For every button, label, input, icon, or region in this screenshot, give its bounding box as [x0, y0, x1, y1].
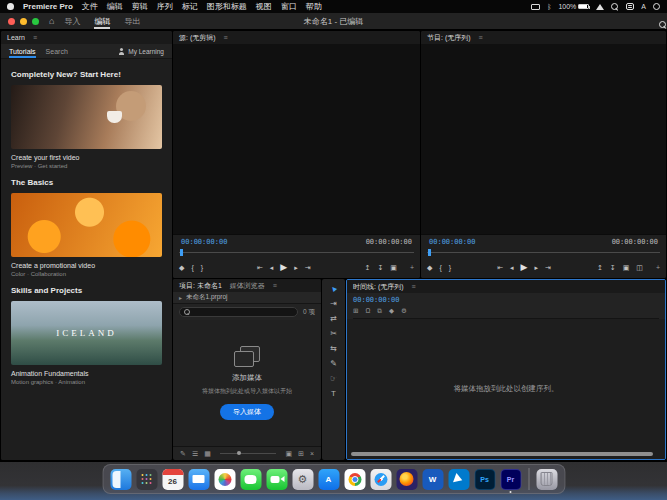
dock-word-icon[interactable]: W — [422, 469, 443, 490]
panel-menu-icon[interactable]: ≡ — [273, 282, 277, 289]
my-learning-link[interactable]: My Learning — [118, 48, 164, 55]
mark-out-button[interactable]: } — [449, 264, 451, 271]
tab-program-monitor[interactable]: 节目: (无序列) — [427, 33, 471, 43]
zoom-button[interactable] — [32, 18, 39, 25]
step-back-button[interactable]: ◂ — [510, 264, 514, 271]
battery-indicator[interactable]: 100% — [558, 3, 589, 10]
step-forward-button[interactable]: ▸ — [294, 264, 298, 271]
export-frame-button[interactable]: ▣ — [390, 264, 397, 271]
clock-icon[interactable] — [653, 3, 660, 10]
dock-chrome-icon[interactable] — [344, 469, 365, 490]
timeline-settings-icon[interactable]: ⚙ — [401, 307, 407, 315]
minimize-button[interactable] — [20, 18, 27, 25]
dock-settings-icon[interactable]: ⚙ — [292, 469, 313, 490]
dock-facetime-icon[interactable] — [266, 469, 287, 490]
hand-tool[interactable]: ☞ — [330, 375, 337, 383]
list-view-icon[interactable]: ☰ — [192, 450, 198, 458]
dock-messages-icon[interactable] — [240, 469, 261, 490]
add-marker-button[interactable]: ◆ — [427, 264, 432, 271]
snap-icon[interactable]: Ω — [365, 307, 370, 315]
menu-clip[interactable]: 剪辑 — [132, 1, 148, 12]
extract-button[interactable]: ↧ — [377, 264, 383, 271]
timeline-scrollbar[interactable] — [351, 452, 653, 456]
project-drop-zone[interactable]: 添加媒体 将媒体拖到此处或导入媒体以开始 导入媒体 — [173, 320, 321, 446]
writable-icon[interactable]: ✎ — [180, 450, 186, 458]
bluetooth-icon[interactable]: ᛒ — [547, 3, 551, 10]
menu-window[interactable]: 窗口 — [281, 1, 297, 12]
track-select-tool[interactable]: ⇥ — [330, 300, 337, 308]
slip-tool[interactable]: ⇆ — [330, 345, 337, 353]
dock-launchpad-icon[interactable] — [136, 469, 157, 490]
mark-out-button[interactable]: } — [201, 264, 203, 271]
lift-button[interactable]: ↥ — [365, 264, 371, 271]
razor-tool[interactable]: ✂ — [330, 330, 337, 338]
new-bin-icon[interactable]: ▣ — [285, 450, 292, 458]
project-search-input[interactable] — [193, 309, 293, 315]
menu-file[interactable]: 文件 — [82, 1, 98, 12]
tab-search[interactable]: Search — [46, 48, 68, 55]
close-button[interactable] — [8, 18, 15, 25]
play-button[interactable]: ▶ — [280, 263, 287, 272]
add-marker-icon[interactable]: ◆ — [389, 307, 394, 315]
dock-calendar-icon[interactable]: 26 — [162, 469, 183, 490]
menu-sequence[interactable]: 序列 — [157, 1, 173, 12]
go-to-in-button[interactable]: ⇤ — [257, 264, 263, 271]
panel-menu-icon[interactable]: ≡ — [33, 34, 37, 41]
extract-button[interactable]: ↧ — [610, 264, 616, 271]
go-to-out-button[interactable]: ⇥ — [545, 264, 551, 271]
card-thumbnail[interactable] — [11, 193, 162, 257]
button-editor-button[interactable]: + — [410, 264, 414, 271]
card-promotional-video[interactable]: Create a promotional video Color · Colla… — [11, 193, 162, 277]
tab-export[interactable]: 导出 — [124, 16, 140, 27]
add-marker-button[interactable]: ◆ — [179, 264, 184, 271]
export-frame-button[interactable]: ▣ — [623, 264, 630, 271]
menu-view[interactable]: 视图 — [256, 1, 272, 12]
tab-learn[interactable]: Learn — [7, 34, 25, 41]
import-media-button[interactable]: 导入媒体 — [220, 404, 274, 420]
timeline-drop-zone[interactable]: 将媒体拖放到此处以创建序列。 — [347, 319, 665, 459]
dock-firefox-icon[interactable] — [396, 469, 417, 490]
menu-graphics-titles[interactable]: 图形和标题 — [207, 1, 247, 12]
dock-trash-icon[interactable] — [536, 469, 557, 490]
learn-content[interactable]: Completely New? Start Here! Create your … — [1, 59, 172, 460]
type-tool[interactable]: T — [331, 390, 336, 398]
display-icon[interactable] — [531, 4, 540, 10]
home-icon[interactable]: ⌂ — [49, 17, 54, 26]
tab-media-browser[interactable]: 媒体浏览器 — [230, 281, 265, 291]
button-editor-button[interactable]: + — [656, 264, 660, 271]
panel-menu-icon[interactable]: ≡ — [224, 34, 228, 41]
bin-path-bar[interactable]: ▸ 未命名1.prproj — [173, 292, 321, 304]
comparison-view-button[interactable]: ◫ — [636, 264, 643, 271]
selection-tool[interactable]: ▲ — [330, 285, 338, 293]
linked-selection-icon[interactable]: ⧉ — [377, 307, 382, 315]
menu-edit[interactable]: 编辑 — [107, 1, 123, 12]
tab-edit[interactable]: 编辑 — [94, 16, 110, 27]
zoom-slider[interactable] — [220, 453, 277, 454]
delete-icon[interactable]: × — [310, 450, 314, 458]
dock-photos-icon[interactable] — [214, 469, 235, 490]
wifi-icon[interactable] — [596, 4, 604, 10]
dock-premiere-icon[interactable]: Pr — [500, 469, 521, 490]
dock-safari-icon[interactable] — [370, 469, 391, 490]
nest-toggle-icon[interactable]: ⊞ — [353, 307, 358, 315]
panel-menu-icon[interactable]: ≡ — [412, 283, 416, 290]
card-thumbnail[interactable] — [11, 85, 162, 149]
card-thumbnail[interactable]: ICELAND — [11, 301, 162, 365]
menu-help[interactable]: 帮助 — [306, 1, 322, 12]
source-scrubber[interactable] — [179, 248, 414, 257]
tab-source-monitor[interactable]: 源: (无剪辑) — [179, 33, 216, 43]
ripple-edit-tool[interactable]: ⇄ — [330, 315, 337, 323]
menu-app-name[interactable]: Premiere Pro — [23, 2, 73, 11]
icon-view-icon[interactable]: ▦ — [204, 450, 211, 458]
control-center-icon[interactable] — [626, 3, 634, 10]
go-to-in-button[interactable]: ⇤ — [497, 264, 503, 271]
dock-finder-icon[interactable] — [110, 469, 131, 490]
dock-vscode-icon[interactable] — [448, 469, 469, 490]
pen-tool[interactable]: ✎ — [330, 360, 337, 368]
dock-mail-icon[interactable] — [188, 469, 209, 490]
dock-appstore-icon[interactable]: A — [318, 469, 339, 490]
tab-tutorials[interactable]: Tutorials — [9, 44, 36, 58]
program-scrubber[interactable] — [427, 248, 660, 257]
panel-menu-icon[interactable]: ≡ — [479, 34, 483, 41]
tab-project[interactable]: 项目: 未命名1 — [179, 281, 222, 291]
